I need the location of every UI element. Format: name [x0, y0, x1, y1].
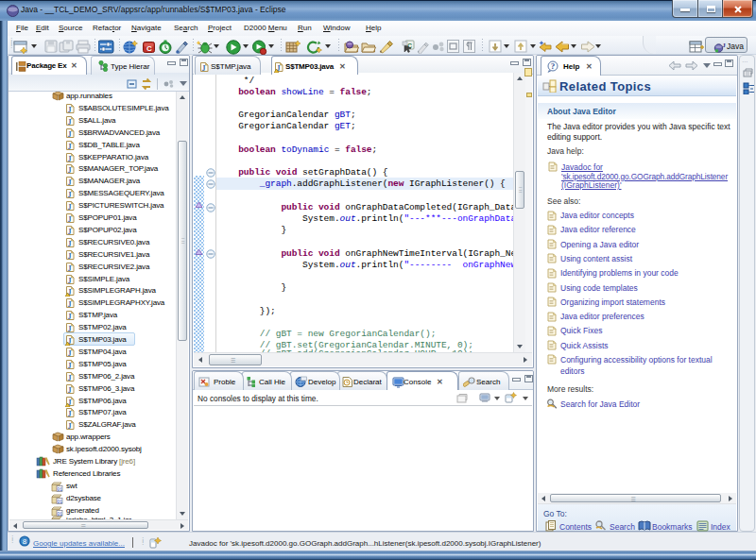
svg-text:J: J — [68, 215, 72, 224]
svg-text:J: J — [68, 361, 72, 369]
svg-text:J: J — [68, 166, 72, 175]
svg-text:J: J — [68, 276, 72, 284]
svg-text:J: J — [68, 373, 72, 382]
svg-text:J: J — [68, 410, 72, 418]
svg-text:J: J — [68, 348, 72, 357]
svg-text:J: J — [68, 178, 72, 187]
svg-text:J: J — [68, 263, 72, 272]
svg-text:J: J — [68, 251, 72, 260]
svg-text:J: J — [68, 117, 72, 126]
svg-text:J: J — [68, 385, 72, 394]
svg-text:J: J — [68, 422, 72, 431]
svg-text:J: J — [68, 142, 72, 150]
svg-text:J: J — [68, 203, 72, 212]
svg-text:J: J — [68, 105, 72, 113]
svg-text:J: J — [68, 313, 72, 321]
svg-text:J: J — [68, 300, 72, 309]
svg-text:C: C — [146, 44, 152, 53]
svg-text:J: J — [723, 42, 727, 48]
svg-text:J: J — [68, 129, 72, 138]
svg-text:J: J — [68, 227, 72, 235]
svg-text:J: J — [68, 191, 72, 199]
svg-text:J: J — [68, 239, 72, 247]
svg-text:J: J — [202, 64, 206, 73]
svg-text:8: 8 — [23, 537, 27, 546]
svg-text:J: J — [68, 154, 72, 162]
